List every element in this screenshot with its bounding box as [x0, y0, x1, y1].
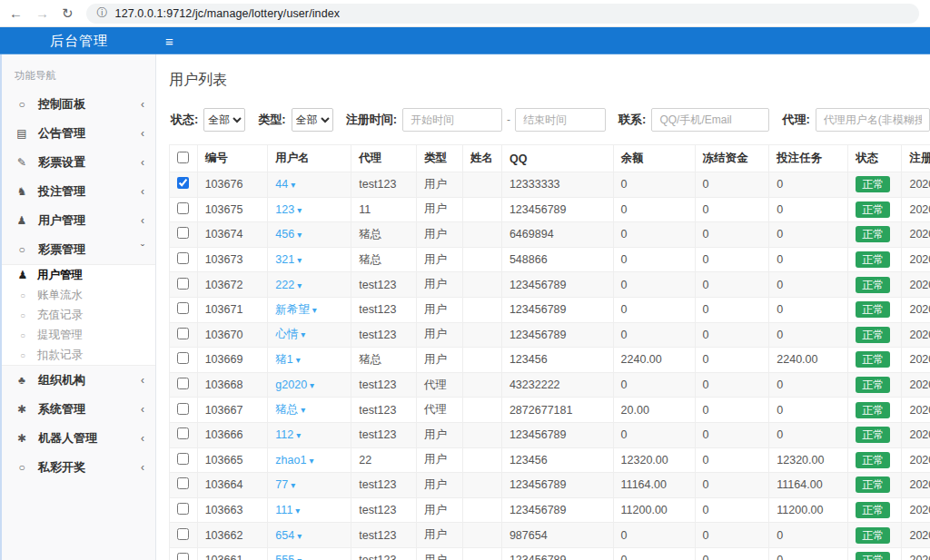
cell-agent: 猪总: [351, 222, 417, 248]
sidebar-item[interactable]: ✱ 系统管理 ‹: [2, 395, 155, 424]
username-link[interactable]: 心情: [275, 328, 298, 340]
username-link[interactable]: 222: [275, 279, 294, 291]
sidebar-subitem[interactable]: ○ 扣款记录: [2, 345, 155, 365]
contact-input[interactable]: [651, 108, 769, 132]
username-link[interactable]: 456: [275, 228, 294, 241]
row-checkbox[interactable]: [177, 227, 189, 239]
cell-type: 代理: [416, 398, 462, 423]
cell-regtime: 2020-12-0: [902, 222, 930, 248]
agent-label: 代理:: [782, 112, 809, 128]
username-link[interactable]: zhao1: [275, 454, 306, 467]
row-checkbox[interactable]: [177, 252, 189, 264]
column-header: 代理: [351, 145, 417, 172]
sidebar-item[interactable]: ♟ 用户管理 ‹: [2, 206, 155, 235]
hamburger-icon[interactable]: ≡: [165, 34, 173, 49]
address-bar[interactable]: ⓘ 127.0.0.1:9712/jc/manage/lottery/user/…: [86, 4, 919, 24]
cell-frozen: 0: [695, 222, 769, 248]
username-link[interactable]: 猪总: [275, 403, 298, 416]
reload-icon[interactable]: ↻: [62, 6, 74, 20]
table-body: 103676 44▾ test123 用户 12333333 0 0 0 正常 …: [170, 172, 930, 560]
cell-agent: test123: [351, 473, 417, 498]
type-select[interactable]: 全部: [292, 108, 333, 132]
cell-regtime: 2020-12-0: [902, 447, 930, 473]
sidebar-item[interactable]: ♣ 组织机构 ‹: [2, 366, 155, 395]
username-link[interactable]: 123: [275, 203, 294, 216]
row-checkbox[interactable]: [177, 503, 189, 515]
cell-id: 103666: [197, 422, 268, 447]
row-checkbox[interactable]: [177, 202, 189, 214]
sidebar-item[interactable]: ○ 彩票管理 ˇ: [2, 235, 155, 264]
username-link[interactable]: 555: [275, 554, 294, 560]
cell-id: 103668: [197, 372, 268, 398]
sidebar: 功能导航 ○ 控制面板 ‹ ▤ 公告管理 ‹ ✎ 彩票设置 ‹ ♞ 投注管理 ‹…: [0, 54, 156, 560]
row-checkbox[interactable]: [177, 177, 189, 189]
cell-task: 0: [769, 547, 848, 560]
sidebar-item[interactable]: ♞ 投注管理 ‹: [2, 177, 155, 206]
status-badge: 正常: [856, 277, 890, 293]
site-info-icon[interactable]: ⓘ: [97, 5, 108, 21]
cell-qq: 123456789: [501, 422, 613, 447]
username-link[interactable]: 111: [275, 504, 292, 516]
sidebar-subitem[interactable]: ○ 充值记录: [2, 305, 155, 325]
chevron-down-icon: ▾: [312, 305, 317, 315]
cell-id: 103672: [197, 272, 268, 298]
cell-id: 103675: [197, 197, 268, 222]
username-link[interactable]: 321: [275, 253, 294, 266]
row-checkbox[interactable]: [177, 328, 189, 339]
cell-agent: test123: [351, 398, 417, 423]
sidebar-item[interactable]: ✎ 彩票设置 ‹: [2, 148, 155, 177]
row-checkbox[interactable]: [177, 553, 189, 560]
row-checkbox[interactable]: [177, 427, 189, 439]
select-all-checkbox[interactable]: [177, 152, 189, 163]
dot-icon: ○: [16, 350, 29, 360]
sidebar-subitem[interactable]: ○ 账单流水: [2, 285, 155, 305]
column-header: 类型: [416, 145, 462, 172]
sidebar-item[interactable]: ▤ 公告管理 ‹: [2, 119, 155, 148]
username-link[interactable]: 77: [275, 478, 288, 491]
forward-icon[interactable]: →: [35, 6, 49, 20]
cell-balance: 0: [613, 297, 695, 322]
system-icon: ✱: [15, 403, 29, 416]
sidebar-item[interactable]: ○ 私彩开奖 ‹: [2, 453, 155, 482]
status-select[interactable]: 全部: [203, 108, 245, 132]
app-title: 后台管理: [0, 33, 108, 50]
row-checkbox[interactable]: [177, 352, 189, 364]
sidebar-item[interactable]: ○ 控制面板 ‹: [2, 90, 155, 119]
start-time-input[interactable]: [402, 108, 502, 132]
sidebar-subitem[interactable]: ○ 提现管理: [2, 325, 155, 345]
username-link[interactable]: 猪1: [275, 353, 292, 366]
sidebar-item[interactable]: ✱ 机器人管理 ‹: [2, 424, 155, 453]
sidebar-subitem[interactable]: ♟ 用户管理: [2, 265, 155, 285]
row-checkbox[interactable]: [177, 403, 189, 415]
row-checkbox[interactable]: [177, 528, 189, 540]
status-badge: 正常: [856, 452, 890, 468]
username-link[interactable]: 44: [275, 178, 288, 191]
back-icon[interactable]: ←: [9, 6, 23, 20]
row-checkbox[interactable]: [177, 302, 189, 314]
row-checkbox[interactable]: [177, 453, 189, 465]
cell-regtime: 2020-12-0: [902, 297, 930, 322]
row-checkbox[interactable]: [177, 278, 189, 290]
username-link[interactable]: 112: [275, 428, 293, 441]
chevron-down-icon: ▾: [295, 506, 300, 516]
status-badge: 正常: [856, 377, 890, 393]
row-checkbox[interactable]: [177, 378, 189, 389]
cell-id: 103664: [197, 473, 268, 498]
username-link[interactable]: 新希望: [275, 303, 310, 316]
table-row: 103670 心情▾ test123 用户 123456789 0 0 0 正常…: [170, 322, 930, 348]
chevron-down-icon: ▾: [297, 230, 302, 240]
cell-frozen: 0: [695, 272, 769, 298]
cell-balance: 12320.00: [613, 447, 695, 473]
column-header: 姓名: [463, 145, 502, 172]
cell-qq: 2872677181: [501, 398, 613, 423]
dot-icon: ○: [16, 330, 29, 340]
agent-input[interactable]: [816, 108, 930, 132]
end-time-input[interactable]: [515, 108, 606, 132]
status-badge: 正常: [856, 402, 890, 418]
username-link[interactable]: 654: [275, 529, 294, 542]
announcement-icon: ▤: [15, 127, 29, 140]
row-checkbox[interactable]: [177, 477, 189, 489]
username-link[interactable]: g2020: [275, 378, 307, 391]
cell-qq: 43232222: [501, 372, 613, 398]
cell-balance: 0: [613, 222, 695, 248]
